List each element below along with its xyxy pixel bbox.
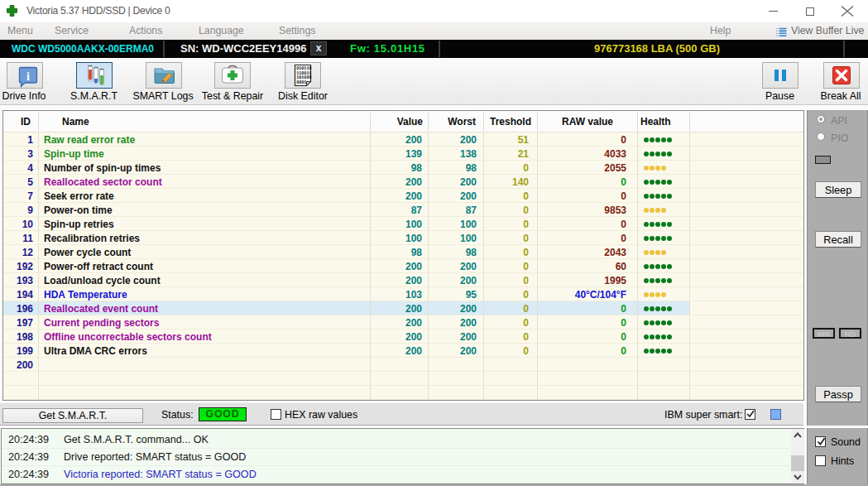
svg-text:0001: 0001	[296, 80, 306, 85]
svg-text:i: i	[26, 70, 30, 83]
